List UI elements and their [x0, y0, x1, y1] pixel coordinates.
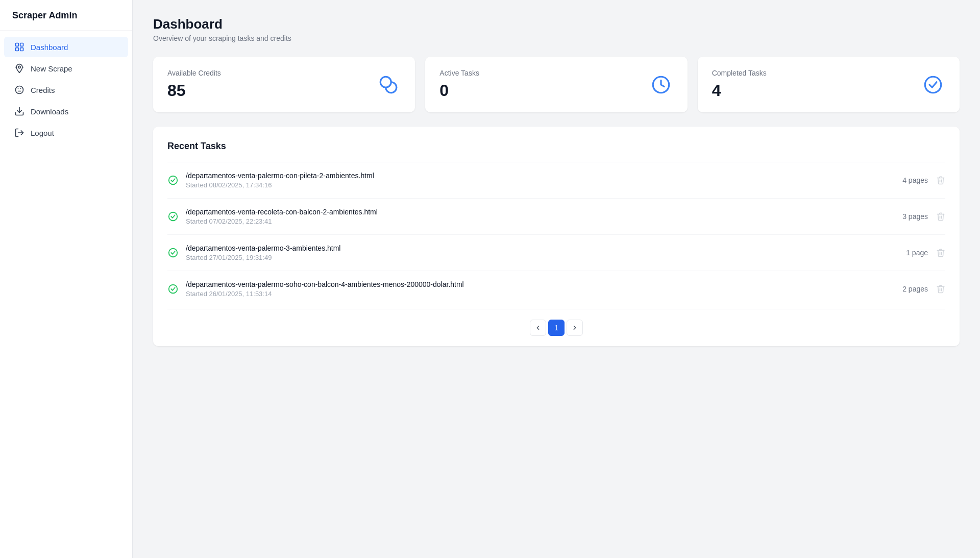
dashboard-icon [14, 42, 24, 52]
downloads-icon [14, 106, 24, 116]
trash-icon [936, 176, 945, 185]
task-delete-button[interactable] [936, 248, 945, 257]
task-complete-icon [167, 283, 179, 295]
trash-icon [936, 248, 945, 257]
task-started: Started 26/01/2025, 11:53:14 [186, 290, 464, 298]
task-complete-icon [167, 211, 179, 222]
svg-point-11 [169, 176, 178, 185]
task-pages: 1 page [906, 249, 928, 257]
task-delete-button[interactable] [936, 284, 945, 294]
pagination: 1 [167, 309, 945, 346]
task-right: 2 pages [902, 284, 945, 294]
svg-point-4 [18, 66, 20, 68]
pagination-prev-button[interactable] [530, 320, 546, 336]
svg-rect-0 [16, 43, 19, 46]
svg-point-8 [381, 77, 391, 87]
task-right: 1 page [906, 248, 945, 257]
task-item: /departamentos-venta-palermo-3-ambientes… [167, 234, 945, 271]
page-subtitle: Overview of your scraping tasks and cred… [153, 34, 960, 42]
task-left: /departamentos-venta-recoleta-con-balcon… [167, 208, 378, 225]
task-right: 4 pages [902, 176, 945, 185]
svg-point-14 [169, 285, 178, 294]
svg-point-12 [169, 212, 178, 221]
coins-icon [376, 72, 401, 97]
main-content: Dashboard Overview of your scraping task… [133, 0, 980, 558]
stat-card-available-credits: Available Credits 85 [153, 57, 415, 112]
task-list: /departamentos-venta-palermo-con-pileta-… [167, 162, 945, 307]
sidebar-item-new-scrape-label: New Scrape [31, 64, 72, 73]
sidebar-item-credits[interactable]: Credits [4, 80, 128, 100]
svg-point-10 [925, 77, 941, 93]
trash-icon [936, 284, 945, 294]
stat-label-active-tasks: Active Tasks [439, 69, 479, 77]
task-name: /departamentos-venta-palermo-3-ambientes… [186, 244, 340, 252]
clock-icon [649, 72, 673, 97]
recent-tasks-card: Recent Tasks /departamentos-venta-palerm… [153, 127, 960, 346]
stat-label-available-credits: Available Credits [167, 69, 221, 77]
svg-point-5 [16, 86, 23, 94]
pagination-page-1-button[interactable]: 1 [548, 320, 565, 336]
task-right: 3 pages [902, 212, 945, 221]
task-name: /departamentos-venta-palermo-con-pileta-… [186, 172, 374, 180]
sidebar-item-logout-label: Logout [31, 129, 54, 137]
task-delete-button[interactable] [936, 212, 945, 221]
task-name: /departamentos-venta-palermo-soho-con-ba… [186, 280, 464, 288]
sidebar-item-credits-label: Credits [31, 86, 55, 94]
stat-value-completed-tasks: 4 [712, 81, 767, 100]
svg-rect-3 [20, 48, 23, 51]
task-left: /departamentos-venta-palermo-con-pileta-… [167, 172, 374, 189]
new-scrape-icon [14, 63, 24, 74]
svg-rect-1 [20, 43, 23, 46]
task-name: /departamentos-venta-recoleta-con-balcon… [186, 208, 378, 216]
check-circle-icon [921, 72, 945, 97]
sidebar: Scraper Admin Dashboard New [0, 0, 133, 558]
trash-icon [936, 212, 945, 221]
task-item: /departamentos-venta-palermo-con-pileta-… [167, 162, 945, 198]
sidebar-item-downloads-label: Downloads [31, 107, 68, 116]
stat-card-completed-tasks: Completed Tasks 4 [698, 57, 960, 112]
sidebar-nav: Dashboard New Scrape Credits [0, 31, 132, 149]
svg-point-13 [169, 249, 178, 257]
task-delete-button[interactable] [936, 176, 945, 185]
recent-tasks-title: Recent Tasks [167, 141, 945, 152]
task-started: Started 27/01/2025, 19:31:49 [186, 254, 340, 261]
task-item: /departamentos-venta-recoleta-con-balcon… [167, 198, 945, 234]
sidebar-item-dashboard-label: Dashboard [31, 43, 68, 52]
task-pages: 4 pages [902, 176, 928, 184]
svg-rect-2 [16, 48, 19, 51]
sidebar-item-logout[interactable]: Logout [4, 123, 128, 143]
logout-icon [14, 128, 24, 138]
task-left: /departamentos-venta-palermo-3-ambientes… [167, 244, 340, 261]
task-started: Started 08/02/2025, 17:34:16 [186, 181, 374, 189]
task-complete-icon [167, 175, 179, 186]
app-title: Scraper Admin [0, 0, 132, 31]
task-pages: 2 pages [902, 285, 928, 293]
stats-grid: Available Credits 85 Active Tasks 0 [153, 57, 960, 112]
page-title: Dashboard [153, 16, 960, 32]
stat-value-available-credits: 85 [167, 81, 221, 100]
stat-card-active-tasks: Active Tasks 0 [425, 57, 687, 112]
task-pages: 3 pages [902, 212, 928, 221]
sidebar-item-new-scrape[interactable]: New Scrape [4, 58, 128, 79]
pagination-next-button[interactable] [567, 320, 583, 336]
task-complete-icon [167, 247, 179, 258]
credits-icon [14, 85, 24, 95]
sidebar-item-dashboard[interactable]: Dashboard [4, 37, 128, 57]
task-started: Started 07/02/2025, 22:23:41 [186, 217, 378, 225]
task-left: /departamentos-venta-palermo-soho-con-ba… [167, 280, 464, 298]
chevron-right-icon [571, 324, 578, 331]
stat-value-active-tasks: 0 [439, 81, 479, 100]
chevron-left-icon [534, 324, 542, 331]
stat-label-completed-tasks: Completed Tasks [712, 69, 767, 77]
sidebar-item-downloads[interactable]: Downloads [4, 101, 128, 122]
task-item: /departamentos-venta-palermo-soho-con-ba… [167, 271, 945, 307]
